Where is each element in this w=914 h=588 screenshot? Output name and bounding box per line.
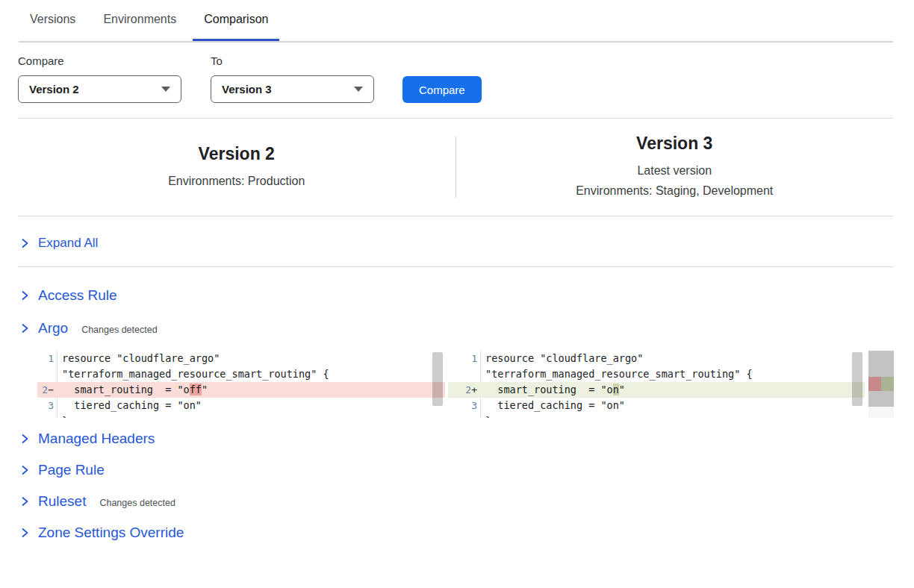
- expand-all-toggle[interactable]: Expand All: [21, 235, 914, 251]
- changes-detected-badge: Changes detected: [99, 495, 175, 508]
- tab-versions[interactable]: Versions: [19, 13, 87, 40]
- changes-detected-badge: Changes detected: [81, 322, 157, 335]
- section-access-rule[interactable]: Access Rule: [21, 287, 914, 304]
- tab-comparison[interactable]: Comparison: [193, 13, 279, 40]
- chevron-right-icon: [21, 238, 29, 248]
- section-title: Managed Headers: [38, 431, 155, 447]
- to-version-select[interactable]: Version 3: [211, 75, 374, 103]
- argo-diff-view: 1 resource "cloudflare_argo" "terraform_…: [37, 351, 914, 418]
- compare-form: Compare Version 2 To Version 3 Compare: [18, 54, 914, 103]
- section-title: Ruleset: [38, 493, 86, 510]
- chevron-right-icon: [21, 496, 29, 507]
- section-managed-headers[interactable]: Managed Headers: [21, 430, 914, 448]
- right-version-title: Version 3: [456, 134, 894, 154]
- right-version-environments: Environments: Staging, Development: [456, 181, 894, 201]
- to-version-value: Version 3: [222, 83, 272, 96]
- chevron-right-icon: [21, 434, 29, 444]
- expand-all-label: Expand All: [38, 236, 98, 251]
- overview-added-marker: [881, 377, 894, 391]
- chevron-right-icon: [21, 465, 29, 475]
- diff-line: 3 tiered_caching = "on": [37, 398, 445, 413]
- diff-pane-right: 1 resource "cloudflare_argo" "terraform_…: [448, 351, 865, 418]
- compare-button[interactable]: Compare: [402, 76, 482, 103]
- added-word-highlight: n: [613, 384, 619, 395]
- divider: [18, 216, 893, 216]
- diff-overview-ruler: [868, 351, 894, 418]
- diff-line-wrap: "terraform_managed_resource_smart_routin…: [37, 366, 445, 382]
- diff-line: 1 resource "cloudflare_argo": [448, 351, 865, 366]
- compare-label: Compare: [18, 54, 181, 67]
- section-title: Page Rule: [38, 462, 105, 478]
- version-headers: Version 2 Environments: Production Versi…: [0, 119, 914, 216]
- divider: [18, 266, 893, 267]
- tab-environments[interactable]: Environments: [92, 13, 187, 40]
- diff-line-clipped: }: [448, 413, 865, 418]
- section-title: Access Rule: [38, 287, 117, 304]
- diff-line-added: 2+ smart_routing = "on": [448, 382, 865, 398]
- chevron-down-icon: [354, 87, 363, 92]
- removed-word-highlight: ff: [190, 384, 202, 395]
- right-version-latest-label: Latest version: [456, 160, 894, 181]
- section-ruleset[interactable]: Ruleset Changes detected: [21, 492, 914, 510]
- overview-text-block: [868, 391, 894, 407]
- diff-line-removed: 2− smart_routing = "off": [37, 382, 445, 398]
- diff-line: 1 resource "cloudflare_argo": [37, 351, 445, 366]
- section-title: Argo: [38, 320, 68, 337]
- right-pane-scrollbar[interactable]: [852, 352, 862, 406]
- chevron-right-icon: [21, 323, 29, 334]
- left-version-title: Version 2: [18, 144, 456, 164]
- left-pane-scrollbar[interactable]: [432, 352, 443, 406]
- compare-field: Compare Version 2: [18, 54, 181, 103]
- section-page-rule[interactable]: Page Rule: [21, 461, 914, 479]
- left-version-environments: Environments: Production: [18, 171, 456, 191]
- section-zone-settings-override[interactable]: Zone Settings Override: [21, 524, 914, 542]
- chevron-right-icon: [21, 528, 29, 538]
- chevron-down-icon: [161, 87, 170, 92]
- diff-pane-left: 1 resource "cloudflare_argo" "terraform_…: [37, 351, 445, 418]
- tab-bar: Versions Environments Comparison: [19, 0, 893, 43]
- compare-version-select[interactable]: Version 2: [18, 75, 181, 103]
- section-title: Zone Settings Override: [38, 525, 184, 541]
- diff-line-clipped: }: [37, 413, 445, 418]
- to-label: To: [211, 54, 374, 67]
- chevron-right-icon: [21, 290, 29, 301]
- right-version-header: Version 3 Latest version Environments: S…: [456, 134, 894, 201]
- diff-line: 3 tiered_caching = "on": [448, 398, 865, 413]
- section-argo[interactable]: Argo Changes detected: [21, 319, 914, 337]
- compare-version-value: Version 2: [29, 83, 79, 96]
- left-version-header: Version 2 Environments: Production: [18, 144, 456, 191]
- to-field: To Version 3: [211, 54, 374, 103]
- diff-line-wrap: "terraform_managed_resource_smart_routin…: [448, 366, 865, 382]
- overview-text-block: [868, 351, 894, 377]
- overview-removed-marker: [868, 377, 881, 391]
